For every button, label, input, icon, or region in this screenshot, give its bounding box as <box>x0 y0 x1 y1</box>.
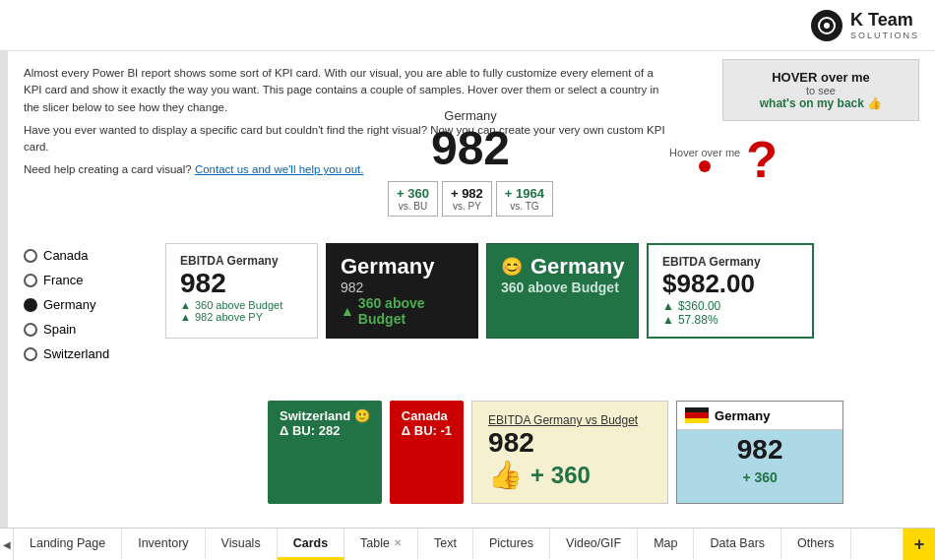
radio-circle-france <box>24 274 37 287</box>
tab-table-close[interactable]: ✕ <box>394 537 402 548</box>
card-vs-budget[interactable]: EBITDA Germany vs Budget 982 👍 + 360 <box>471 401 668 504</box>
tab-inventory[interactable]: Inventory <box>122 529 205 560</box>
tab-others[interactable]: Others <box>781 529 851 560</box>
tab-map[interactable]: Map <box>638 529 694 560</box>
hover-card[interactable]: HOVER over me to see what's on my back 👍 <box>722 59 919 121</box>
center-value: 982 <box>362 123 579 175</box>
radio-canada[interactable]: Canada <box>24 248 109 263</box>
left-bar <box>0 51 8 528</box>
question-hover-area[interactable]: Hover over me ? <box>669 130 778 189</box>
card-switzerland[interactable]: Switzerland 🙂 Δ BU: 282 <box>268 401 382 504</box>
tab-video-gif[interactable]: Video/GIF <box>550 529 638 560</box>
hover-card-sub: to see <box>739 85 903 96</box>
tab-visuals[interactable]: Visuals <box>206 529 278 560</box>
card2-value: 982 <box>341 280 464 295</box>
tab-data-bars[interactable]: Data Bars <box>694 529 781 560</box>
tab-text[interactable]: Text <box>418 529 473 560</box>
radio-france[interactable]: France <box>24 273 109 287</box>
country-radio-group: Canada France Germany Spain Switzerland <box>24 248 109 361</box>
card-vs-budget-title: EBITDA Germany vs Budget <box>488 413 652 427</box>
logo-icon <box>811 10 842 41</box>
cards-row: EBITDA Germany 982 ▲ 360 above Budget ▲ … <box>165 243 814 339</box>
card-germany-blue[interactable]: Germany 982 + 360 <box>676 401 843 504</box>
center-country: Germany <box>362 108 579 123</box>
tab-scroll-left[interactable]: ◀ <box>0 529 14 560</box>
svg-point-1 <box>824 23 830 29</box>
card1-value: 982 <box>180 268 303 299</box>
card3-title: Germany <box>530 254 624 280</box>
kpi-badge-bu: + 360 vs. BU <box>388 181 438 217</box>
contact-link[interactable]: Contact us and we'll help you out. <box>195 163 364 175</box>
german-flag-icon <box>685 407 709 423</box>
smiley-icon: 😊 <box>501 256 523 278</box>
center-kpi: Germany 982 + 360 vs. BU + 982 vs. PY + … <box>362 108 579 217</box>
tab-table[interactable]: Table ✕ <box>344 529 418 560</box>
tab-pictures[interactable]: Pictures <box>473 529 550 560</box>
card-canada[interactable]: Canada Δ BU: -1 <box>390 401 464 504</box>
card1-title: EBITDA Germany <box>180 254 303 268</box>
card1-row1: ▲ 360 above Budget <box>180 299 303 311</box>
card1-row2: ▲ 982 above PY <box>180 311 303 323</box>
radio-circle-germany <box>24 298 37 312</box>
card-vs-budget-value: 982 <box>488 427 652 459</box>
header: K Team SOLUTIONS <box>0 0 935 51</box>
card2-title: Germany <box>341 254 464 280</box>
logo-area: K Team SOLUTIONS <box>811 10 919 41</box>
radio-circle-switzerland <box>24 347 37 361</box>
card-vs-budget-plus: 👍 + 360 <box>488 459 652 491</box>
kpi-badge-py: + 982 vs. PY <box>442 181 492 217</box>
card-outlined-germany[interactable]: EBITDA Germany $982.00 ▲ $360.00 ▲ 57.88… <box>647 243 814 339</box>
card4-value: $982.00 <box>662 269 798 299</box>
tab-bar: ◀ Landing Page Inventory Visuals Cards T… <box>0 528 935 560</box>
hover-over-me-label: Hover over me <box>669 147 740 158</box>
tab-landing-page[interactable]: Landing Page <box>14 529 122 560</box>
hover-label-area: Hover over me <box>669 147 740 172</box>
card4-row1: ▲ $360.00 <box>662 299 798 313</box>
card-germany-flag-area: Germany <box>677 402 842 430</box>
radio-circle-spain <box>24 323 37 337</box>
radio-switzerland[interactable]: Switzerland <box>24 346 109 361</box>
hover-card-title: HOVER over me <box>739 70 903 85</box>
card4-title: EBITDA Germany <box>662 255 798 269</box>
hover-dot <box>699 160 711 172</box>
card-black-germany[interactable]: Germany 982 ▲ 360 above Budget <box>326 243 478 339</box>
card-germany-blue-country: Germany <box>715 408 770 423</box>
card-germany-blue-plus: + 360 <box>677 469 842 491</box>
radio-spain[interactable]: Spain <box>24 322 109 337</box>
thumbs-up-icon: 👍 <box>488 459 523 491</box>
tab-cards[interactable]: Cards <box>278 529 344 560</box>
hover-card-link: what's on my back 👍 <box>739 96 903 110</box>
question-mark-icon: ? <box>746 130 778 189</box>
kpi-badges: + 360 vs. BU + 982 vs. PY + 1964 vs. TG <box>362 181 579 217</box>
card-canada-sub: Δ BU: -1 <box>402 423 452 438</box>
card-germany-blue-value: 982 <box>677 430 842 469</box>
kpi-badge-tg: + 1964 vs. TG <box>496 181 553 217</box>
card-green-germany[interactable]: 😊 Germany 360 above Budget <box>486 243 639 339</box>
card-ebitda-white[interactable]: EBITDA Germany 982 ▲ 360 above Budget ▲ … <box>165 243 318 339</box>
logo-text: K Team SOLUTIONS <box>850 10 919 40</box>
card2-sub: ▲ 360 above Budget <box>341 295 464 327</box>
bottom-cards-row: Switzerland 🙂 Δ BU: 282 Canada Δ BU: -1 … <box>268 401 843 504</box>
card3-sub: 360 above Budget <box>501 280 624 295</box>
main-content: Almost every Power BI report shows some … <box>0 51 935 528</box>
content-area: Almost every Power BI report shows some … <box>8 51 935 528</box>
radio-circle-canada <box>24 249 37 263</box>
card-canada-text: Canada <box>402 408 452 423</box>
card-switzerland-text: Switzerland 🙂 <box>280 408 370 423</box>
tab-add-button[interactable]: + <box>903 529 935 560</box>
radio-germany[interactable]: Germany <box>24 297 109 312</box>
card4-row2: ▲ 57.88% <box>662 313 798 327</box>
card-switzerland-sub: Δ BU: 282 <box>280 423 370 438</box>
